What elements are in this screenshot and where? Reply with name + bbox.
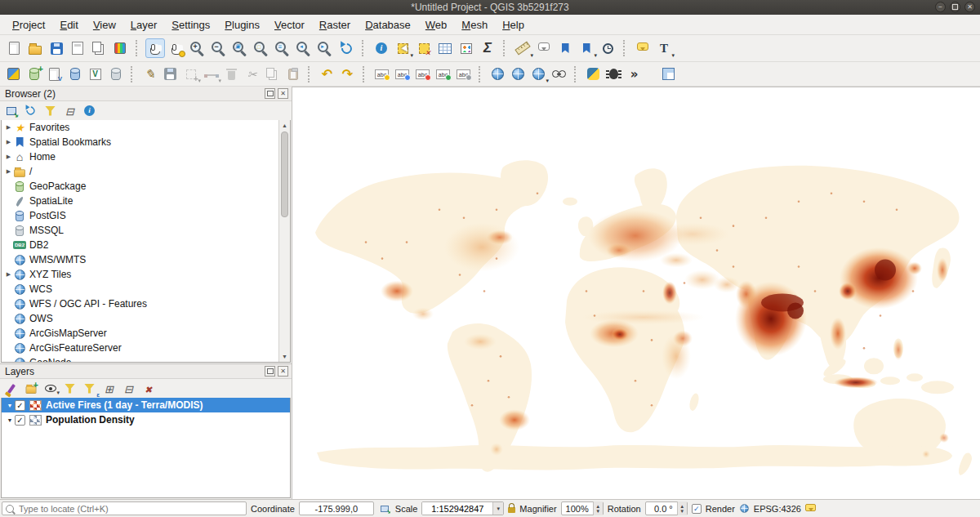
refresh-browser-button[interactable] bbox=[23, 103, 38, 118]
new-scratch-layer-button[interactable] bbox=[106, 65, 125, 83]
maximize-button[interactable] bbox=[950, 2, 960, 12]
filter-browser-button[interactable] bbox=[42, 103, 58, 118]
new-virtual-layer-button[interactable] bbox=[86, 65, 105, 83]
deselect-features-button[interactable] bbox=[414, 38, 434, 58]
locate-input[interactable] bbox=[17, 503, 243, 515]
zoom-to-selection-button[interactable] bbox=[252, 38, 271, 58]
scroll-up-icon[interactable]: ▲ bbox=[279, 120, 290, 131]
browser-item-home[interactable]: Home bbox=[2, 149, 278, 164]
new-print-layout-button[interactable] bbox=[68, 38, 87, 58]
add-feature-button[interactable] bbox=[181, 65, 200, 83]
browser-item-ows[interactable]: OWS bbox=[2, 311, 278, 326]
highlight-labels-button[interactable] bbox=[434, 65, 452, 83]
field-calculator-button[interactable] bbox=[457, 38, 476, 58]
zoom-last-button[interactable] bbox=[294, 38, 314, 58]
scroll-thumb[interactable] bbox=[281, 131, 288, 217]
zoom-in-button[interactable] bbox=[188, 38, 207, 58]
filter-by-expression-button[interactable] bbox=[82, 381, 97, 396]
scale-lock-icon[interactable] bbox=[508, 507, 515, 513]
render-checkbox[interactable] bbox=[692, 504, 702, 514]
layer-item-active-fires[interactable]: Active Fires (1 day - Terra/MODIS) bbox=[2, 398, 290, 412]
menu-edit[interactable]: Edit bbox=[52, 16, 85, 33]
browser-item-favorites[interactable]: Favorites bbox=[2, 120, 278, 135]
chevron-down-icon[interactable] bbox=[492, 501, 503, 515]
collapse-all-button[interactable] bbox=[121, 381, 136, 396]
text-annotation-button[interactable] bbox=[654, 38, 674, 58]
browser-item-arcgis-featureserver[interactable]: ArcGisFeatureServer bbox=[2, 341, 278, 355]
browser-item-db2[interactable]: DB2 bbox=[2, 238, 278, 252]
pin-labels-button[interactable] bbox=[413, 65, 432, 83]
new-project-button[interactable] bbox=[4, 38, 24, 58]
collapse-all-button[interactable] bbox=[62, 103, 78, 118]
titlebar[interactable]: *Untitled Project - QGIS 3b5291f273 bbox=[0, 0, 980, 15]
browser-item-geonode[interactable]: GeoNode bbox=[2, 355, 278, 363]
redo-button[interactable] bbox=[338, 65, 357, 83]
browser-item-wcs[interactable]: WCS bbox=[2, 282, 278, 296]
add-selected-layers-button[interactable] bbox=[3, 103, 19, 118]
messages-icon[interactable] bbox=[805, 504, 816, 511]
pan-to-selection-button[interactable] bbox=[167, 38, 186, 58]
web-services-button[interactable] bbox=[509, 65, 528, 83]
zoom-out-button[interactable] bbox=[209, 38, 229, 58]
menu-web[interactable]: Web bbox=[418, 16, 455, 33]
expand-arrow-icon[interactable] bbox=[4, 154, 13, 160]
osm-search-button[interactable] bbox=[550, 65, 568, 83]
temporal-controller-button[interactable] bbox=[598, 38, 617, 58]
scale-combo[interactable] bbox=[421, 501, 504, 515]
close-icon[interactable] bbox=[278, 366, 288, 377]
close-button[interactable] bbox=[964, 2, 975, 12]
browser-item-spatialite[interactable]: SpatiaLite bbox=[2, 194, 278, 208]
metasearch-button[interactable] bbox=[488, 65, 507, 83]
menu-project[interactable]: Project bbox=[5, 16, 52, 33]
show-bookmarks-button[interactable] bbox=[577, 38, 596, 58]
annotation-button[interactable] bbox=[633, 38, 653, 58]
browser-item-mssql[interactable]: MSSQL bbox=[2, 223, 278, 238]
close-icon[interactable] bbox=[278, 88, 288, 99]
layer-styling-button[interactable] bbox=[3, 381, 19, 396]
layers-panel-header[interactable]: Layers bbox=[0, 364, 292, 379]
magnifier-spinner[interactable]: 100% ▲▼ bbox=[561, 501, 604, 515]
locate-box[interactable] bbox=[2, 501, 247, 515]
menu-view[interactable]: View bbox=[86, 16, 123, 33]
delete-selected-button[interactable] bbox=[222, 65, 241, 83]
browser-item-root[interactable]: / bbox=[2, 164, 278, 179]
menu-help[interactable]: Help bbox=[495, 16, 532, 33]
browser-item-wfs[interactable]: WFS / OGC API - Features bbox=[2, 296, 278, 311]
new-spatialite-button[interactable] bbox=[65, 65, 84, 83]
crs-globe-icon[interactable] bbox=[740, 504, 748, 512]
remove-layer-button[interactable] bbox=[140, 381, 156, 396]
move-label-button[interactable] bbox=[454, 65, 473, 83]
browser-panel-header[interactable]: Browser (2) bbox=[0, 87, 292, 101]
zoom-to-layer-button[interactable] bbox=[273, 38, 292, 58]
save-edits-button[interactable] bbox=[161, 65, 180, 83]
vertex-tool-button[interactable] bbox=[202, 65, 220, 83]
layer-labeling-button[interactable] bbox=[372, 65, 391, 83]
statistical-summary-button[interactable] bbox=[478, 38, 497, 58]
style-manager-button[interactable] bbox=[110, 38, 130, 58]
menu-mesh[interactable]: Mesh bbox=[454, 16, 495, 33]
report-bug-button[interactable] bbox=[604, 65, 623, 83]
measure-button[interactable] bbox=[513, 38, 532, 58]
layer-checkbox[interactable] bbox=[15, 400, 25, 411]
browser-item-spatial-bookmarks[interactable]: Spatial Bookmarks bbox=[2, 135, 278, 149]
coordinate-input[interactable] bbox=[299, 501, 374, 515]
refresh-map-button[interactable] bbox=[336, 38, 356, 58]
crs-label[interactable]: EPSG:4326 bbox=[754, 504, 801, 514]
browser-item-xyz-tiles[interactable]: XYZ Tiles bbox=[2, 267, 278, 282]
new-bookmark-button[interactable] bbox=[555, 38, 575, 58]
extents-icon[interactable] bbox=[378, 502, 391, 515]
menu-plugins[interactable]: Plugins bbox=[217, 16, 267, 33]
paste-features-button[interactable] bbox=[283, 65, 302, 83]
expand-all-button[interactable] bbox=[101, 381, 117, 396]
expand-arrow-icon[interactable] bbox=[4, 139, 13, 145]
pan-map-button[interactable] bbox=[145, 38, 165, 58]
python-console-button[interactable] bbox=[584, 65, 603, 83]
map-tips-button[interactable] bbox=[534, 38, 554, 58]
select-features-button[interactable] bbox=[393, 38, 412, 58]
zoom-next-button[interactable] bbox=[315, 38, 335, 58]
data-source-manager-button[interactable] bbox=[4, 65, 23, 83]
expand-arrow-icon[interactable] bbox=[5, 403, 15, 408]
toggle-editing-button[interactable] bbox=[140, 65, 159, 83]
menu-layer[interactable]: Layer bbox=[123, 16, 165, 33]
map-canvas[interactable] bbox=[292, 87, 980, 499]
